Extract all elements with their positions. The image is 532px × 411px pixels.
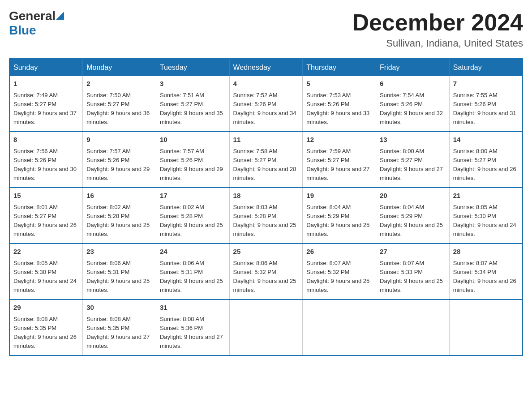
day-number: 17 [160, 191, 226, 201]
calendar-cell: 3Sunrise: 7:51 AMSunset: 5:27 PMDaylight… [156, 76, 229, 132]
calendar-cell: 9Sunrise: 7:57 AMSunset: 5:26 PMDaylight… [83, 132, 156, 188]
calendar-week-row: 8Sunrise: 7:56 AMSunset: 5:26 PMDaylight… [9, 132, 523, 188]
day-info: Sunrise: 8:06 AMSunset: 5:32 PMDaylight:… [233, 260, 296, 293]
day-info: Sunrise: 8:08 AMSunset: 5:35 PMDaylight:… [86, 316, 150, 349]
calendar-cell: 22Sunrise: 8:05 AMSunset: 5:30 PMDayligh… [9, 244, 83, 300]
calendar-header-friday: Friday [376, 59, 450, 76]
calendar-cell: 12Sunrise: 7:59 AMSunset: 5:27 PMDayligh… [303, 132, 376, 188]
day-info: Sunrise: 7:57 AMSunset: 5:26 PMDaylight:… [86, 148, 150, 181]
day-number: 22 [13, 247, 79, 257]
day-info: Sunrise: 8:07 AMSunset: 5:34 PMDaylight:… [453, 260, 516, 293]
day-info: Sunrise: 8:06 AMSunset: 5:31 PMDaylight:… [86, 260, 150, 293]
day-number: 3 [160, 79, 226, 89]
calendar-cell [449, 300, 523, 355]
calendar-cell: 29Sunrise: 8:08 AMSunset: 5:35 PMDayligh… [9, 300, 83, 355]
day-number: 13 [380, 135, 446, 145]
logo-blue-text: Blue [9, 23, 36, 38]
day-info: Sunrise: 8:07 AMSunset: 5:32 PMDaylight:… [306, 260, 369, 293]
calendar-cell: 16Sunrise: 8:02 AMSunset: 5:28 PMDayligh… [83, 188, 156, 244]
day-info: Sunrise: 8:00 AMSunset: 5:27 PMDaylight:… [453, 148, 516, 181]
day-number: 8 [13, 135, 79, 145]
calendar-cell [303, 300, 376, 355]
calendar-header-tuesday: Tuesday [156, 59, 229, 76]
calendar-cell: 7Sunrise: 7:55 AMSunset: 5:26 PMDaylight… [449, 76, 523, 132]
day-info: Sunrise: 7:52 AMSunset: 5:26 PMDaylight:… [233, 92, 296, 125]
logo-triangle-icon [56, 12, 64, 20]
day-number: 14 [453, 135, 519, 145]
day-info: Sunrise: 7:54 AMSunset: 5:26 PMDaylight:… [380, 92, 443, 125]
day-number: 10 [160, 135, 226, 145]
day-number: 11 [233, 135, 299, 145]
calendar-header-row: SundayMondayTuesdayWednesdayThursdayFrid… [9, 59, 523, 76]
calendar-header-monday: Monday [83, 59, 156, 76]
calendar-cell: 18Sunrise: 8:03 AMSunset: 5:28 PMDayligh… [229, 188, 303, 244]
calendar-cell: 2Sunrise: 7:50 AMSunset: 5:27 PMDaylight… [83, 76, 156, 132]
day-info: Sunrise: 7:55 AMSunset: 5:26 PMDaylight:… [453, 92, 516, 125]
day-number: 9 [86, 135, 152, 145]
day-number: 28 [453, 247, 519, 257]
calendar-cell: 23Sunrise: 8:06 AMSunset: 5:31 PMDayligh… [83, 244, 156, 300]
calendar-cell: 8Sunrise: 7:56 AMSunset: 5:26 PMDaylight… [9, 132, 83, 188]
day-info: Sunrise: 7:57 AMSunset: 5:26 PMDaylight:… [160, 148, 223, 181]
calendar-cell: 17Sunrise: 8:02 AMSunset: 5:28 PMDayligh… [156, 188, 229, 244]
day-number: 1 [13, 79, 79, 89]
day-number: 31 [160, 303, 226, 313]
day-number: 21 [453, 191, 519, 201]
day-number: 15 [13, 191, 79, 201]
day-number: 4 [233, 79, 299, 89]
calendar-cell: 10Sunrise: 7:57 AMSunset: 5:26 PMDayligh… [156, 132, 229, 188]
calendar-cell: 6Sunrise: 7:54 AMSunset: 5:26 PMDaylight… [376, 76, 450, 132]
day-number: 24 [160, 247, 226, 257]
day-number: 23 [86, 247, 152, 257]
calendar-cell: 15Sunrise: 8:01 AMSunset: 5:27 PMDayligh… [9, 188, 83, 244]
calendar-cell: 14Sunrise: 8:00 AMSunset: 5:27 PMDayligh… [449, 132, 523, 188]
day-info: Sunrise: 8:05 AMSunset: 5:30 PMDaylight:… [453, 204, 516, 237]
title-section: December 2024 Sullivan, Indiana, United … [352, 9, 523, 49]
day-info: Sunrise: 8:07 AMSunset: 5:33 PMDaylight:… [380, 260, 443, 293]
day-info: Sunrise: 8:01 AMSunset: 5:27 PMDaylight:… [13, 204, 77, 237]
day-info: Sunrise: 7:59 AMSunset: 5:27 PMDaylight:… [306, 148, 369, 181]
calendar-cell: 4Sunrise: 7:52 AMSunset: 5:26 PMDaylight… [229, 76, 303, 132]
day-info: Sunrise: 7:49 AMSunset: 5:27 PMDaylight:… [13, 92, 77, 125]
calendar-cell: 26Sunrise: 8:07 AMSunset: 5:32 PMDayligh… [303, 244, 376, 300]
day-number: 25 [233, 247, 299, 257]
day-info: Sunrise: 8:00 AMSunset: 5:27 PMDaylight:… [380, 148, 443, 181]
day-number: 26 [306, 247, 372, 257]
day-info: Sunrise: 8:04 AMSunset: 5:29 PMDaylight:… [380, 204, 443, 237]
calendar-header-saturday: Saturday [449, 59, 523, 76]
day-number: 20 [380, 191, 446, 201]
day-info: Sunrise: 8:03 AMSunset: 5:28 PMDaylight:… [233, 204, 296, 237]
calendar-week-row: 29Sunrise: 8:08 AMSunset: 5:35 PMDayligh… [9, 300, 523, 355]
day-info: Sunrise: 7:53 AMSunset: 5:26 PMDaylight:… [306, 92, 369, 125]
day-number: 29 [13, 303, 79, 313]
day-number: 19 [306, 191, 372, 201]
calendar-header-sunday: Sunday [9, 59, 83, 76]
calendar-header-thursday: Thursday [303, 59, 376, 76]
day-info: Sunrise: 8:05 AMSunset: 5:30 PMDaylight:… [13, 260, 77, 293]
day-info: Sunrise: 8:02 AMSunset: 5:28 PMDaylight:… [86, 204, 150, 237]
day-number: 5 [306, 79, 372, 89]
calendar-cell: 20Sunrise: 8:04 AMSunset: 5:29 PMDayligh… [376, 188, 450, 244]
calendar-cell: 25Sunrise: 8:06 AMSunset: 5:32 PMDayligh… [229, 244, 303, 300]
day-info: Sunrise: 8:08 AMSunset: 5:35 PMDaylight:… [13, 316, 77, 349]
day-info: Sunrise: 7:58 AMSunset: 5:27 PMDaylight:… [233, 148, 296, 181]
calendar-week-row: 22Sunrise: 8:05 AMSunset: 5:30 PMDayligh… [9, 244, 523, 300]
day-info: Sunrise: 8:02 AMSunset: 5:28 PMDaylight:… [160, 204, 223, 237]
calendar-cell: 13Sunrise: 8:00 AMSunset: 5:27 PMDayligh… [376, 132, 450, 188]
calendar-cell: 11Sunrise: 7:58 AMSunset: 5:27 PMDayligh… [229, 132, 303, 188]
calendar-cell: 27Sunrise: 8:07 AMSunset: 5:33 PMDayligh… [376, 244, 450, 300]
calendar-week-row: 15Sunrise: 8:01 AMSunset: 5:27 PMDayligh… [9, 188, 523, 244]
location-subtitle: Sullivan, Indiana, United States [352, 38, 523, 49]
calendar-week-row: 1Sunrise: 7:49 AMSunset: 5:27 PMDaylight… [9, 76, 523, 132]
month-title: December 2024 [352, 9, 523, 36]
day-number: 12 [306, 135, 372, 145]
day-info: Sunrise: 8:06 AMSunset: 5:31 PMDaylight:… [160, 260, 223, 293]
day-number: 7 [453, 79, 519, 89]
page-header: General Blue December 2024 Sullivan, Ind… [9, 9, 523, 49]
day-info: Sunrise: 7:50 AMSunset: 5:27 PMDaylight:… [86, 92, 150, 125]
calendar-header-wednesday: Wednesday [229, 59, 303, 76]
day-number: 6 [380, 79, 446, 89]
calendar-cell: 24Sunrise: 8:06 AMSunset: 5:31 PMDayligh… [156, 244, 229, 300]
logo: General Blue [9, 9, 64, 38]
day-number: 16 [86, 191, 152, 201]
